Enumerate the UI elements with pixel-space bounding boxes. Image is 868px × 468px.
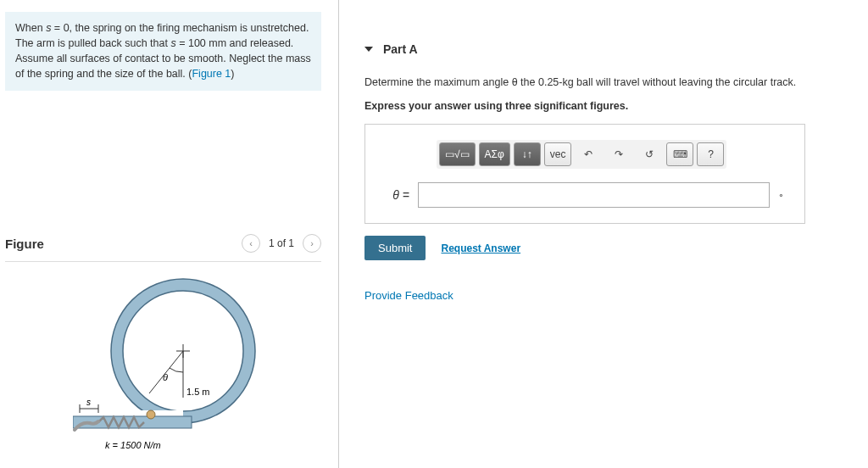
reset-button[interactable]: ↺ xyxy=(636,142,663,166)
part-header[interactable]: Part A xyxy=(364,42,843,56)
redo-button[interactable]: ↷ xyxy=(605,142,632,166)
request-answer-link[interactable]: Request Answer xyxy=(441,242,520,254)
figure-pager-label: 1 of 1 xyxy=(265,237,298,249)
problem-statement: When s = 0, the spring on the firing mec… xyxy=(5,12,321,91)
unit-label: ∘ xyxy=(778,190,784,201)
label-theta: θ xyxy=(163,372,168,382)
help-button[interactable]: ? xyxy=(697,142,724,166)
provide-feedback-link[interactable]: Provide Feedback xyxy=(364,289,843,302)
part-title: Part A xyxy=(383,42,418,56)
submit-button[interactable]: Submit xyxy=(364,236,426,260)
equation-toolbar: ▭√▭ ΑΣφ ↓↑ vec ↶ ↷ ↺ ⌨ ? xyxy=(437,140,726,169)
radius-label: 1.5 m xyxy=(186,387,210,397)
svg-point-5 xyxy=(147,410,155,419)
question-text: Determine the maximum angle θ the 0.25-k… xyxy=(364,76,843,88)
collapse-icon xyxy=(364,47,373,52)
instructions-text: Express your answer using three signific… xyxy=(364,100,843,112)
label-s: s xyxy=(86,398,91,407)
figure-next-button[interactable]: › xyxy=(303,234,321,253)
answer-input[interactable] xyxy=(418,182,770,208)
templates-button[interactable]: ▭√▭ xyxy=(439,142,476,166)
undo-button[interactable]: ↶ xyxy=(575,142,602,166)
vec-button[interactable]: vec xyxy=(544,142,572,166)
spring-constant-label: k = 1500 N/m xyxy=(105,440,161,450)
figure-image: s θ 1.5 m k = 1500 N/m xyxy=(5,262,321,468)
subscript-button[interactable]: ↓↑ xyxy=(514,142,541,166)
keyboard-button[interactable]: ⌨ xyxy=(666,142,693,166)
figure-title: Figure xyxy=(5,237,242,251)
figure-prev-button[interactable]: ‹ xyxy=(242,234,260,253)
figure-link[interactable]: Figure 1 xyxy=(192,68,231,80)
greek-button[interactable]: ΑΣφ xyxy=(479,142,510,166)
variable-label: θ = xyxy=(386,188,409,202)
answer-area: ▭√▭ ΑΣφ ↓↑ vec ↶ ↷ ↺ ⌨ ? θ = ∘ xyxy=(364,124,805,224)
